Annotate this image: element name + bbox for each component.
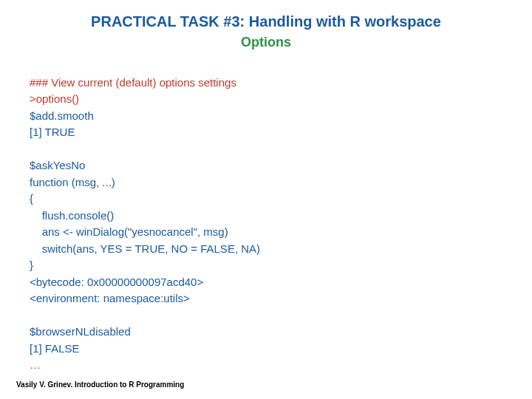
output-line: $browserNLdisabled: [30, 325, 131, 338]
slide-subtitle: Options: [30, 35, 502, 50]
code-comment: ### View current (default) options setti…: [30, 76, 236, 89]
output-line: switch(ans, YES = TRUE, NO = FALSE, NA): [30, 242, 260, 255]
output-line: $add.smooth: [30, 109, 94, 122]
output-line: ans <- winDialog("yesnocancel", msg): [30, 225, 228, 238]
output-line: [1] FALSE: [30, 342, 80, 355]
output-line: flush.console(): [30, 209, 114, 222]
slide: PRACTICAL TASK #3: Handling with R works…: [0, 0, 532, 399]
output-line: …: [30, 358, 41, 371]
output-line: $askYesNo: [30, 159, 85, 171]
output-line: [1] TRUE: [30, 126, 75, 138]
footer-text: Vasily V. Grinev. Introduction to R Prog…: [16, 381, 184, 389]
output-line: }: [30, 259, 33, 271]
output-line: <bytecode: 0x00000000097acd40>: [30, 276, 203, 288]
slide-title: PRACTICAL TASK #3: Handling with R works…: [30, 13, 502, 30]
output-line: {: [30, 192, 33, 205]
output-line: <environment: namespace:utils>: [30, 292, 190, 304]
output-line: function (msg, ...): [30, 176, 115, 188]
code-command: >options(): [30, 92, 79, 105]
code-block: ### View current (default) options setti…: [30, 58, 502, 374]
